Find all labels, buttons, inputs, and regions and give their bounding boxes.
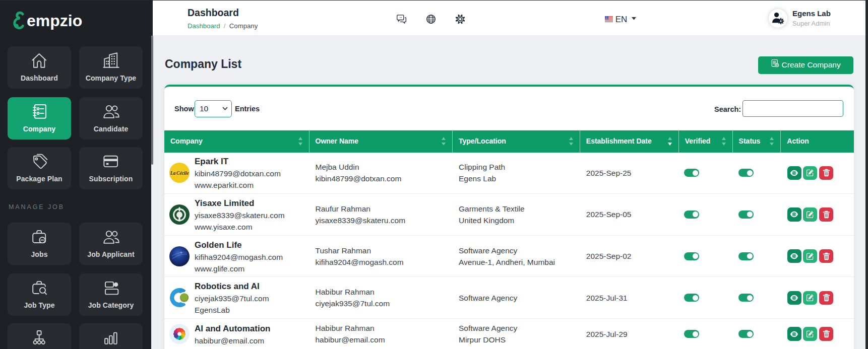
- svg-text:La Cécile: La Cécile: [170, 171, 190, 176]
